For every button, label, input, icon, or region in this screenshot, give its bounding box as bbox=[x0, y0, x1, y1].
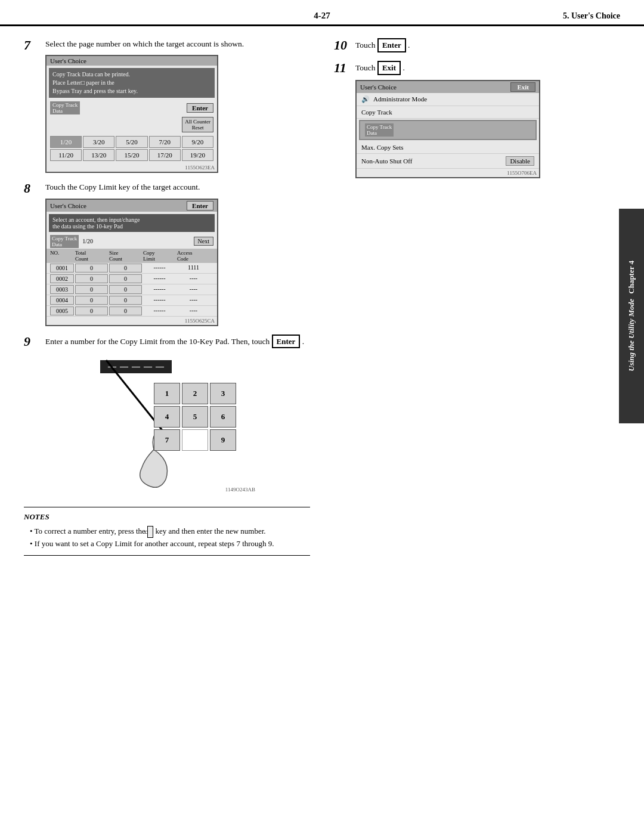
cell-limit-3: ------ bbox=[143, 296, 176, 305]
notes-section: NOTES • To correct a number entry, press… bbox=[24, 507, 310, 556]
cell-total-2: 0 bbox=[75, 285, 108, 294]
page-cell-6[interactable]: 13/20 bbox=[83, 149, 114, 161]
cell-access-3: ---- bbox=[177, 296, 210, 305]
col-access: AccessCode bbox=[177, 250, 210, 262]
screen-7-enter-btn[interactable]: Enter bbox=[187, 103, 213, 113]
step-11-exit-box: Exit bbox=[377, 61, 401, 75]
display-strip: — — — — — bbox=[100, 360, 172, 373]
step-10: 10 Touch Enter . bbox=[334, 38, 566, 52]
right-column: 10 Touch Enter . 11 Touch Exit . User's … bbox=[328, 26, 584, 568]
page-cell-2[interactable]: 5/20 bbox=[116, 136, 147, 148]
page-cell-4[interactable]: 9/20 bbox=[182, 136, 213, 148]
max-copy-sets-label: Max. Copy Sets bbox=[361, 144, 404, 151]
keypad-area: — — — — — bbox=[45, 354, 310, 497]
screen-7-title: User's Choice bbox=[50, 57, 86, 64]
table-row-3[interactable]: 0004 0 0 ------ ---- bbox=[47, 295, 217, 306]
admin-mode-row: 🔊 Administrator Mode bbox=[357, 93, 539, 106]
copy-track-data-label: Copy TrackData bbox=[365, 123, 394, 137]
page-cell-5[interactable]: 11/20 bbox=[50, 149, 82, 161]
screen-8-next-btn[interactable]: Next bbox=[194, 237, 213, 246]
page-cell-8[interactable]: 17/20 bbox=[149, 149, 181, 161]
cell-limit-2: ------ bbox=[143, 285, 176, 294]
keypad-caption: 1149O243AB bbox=[225, 487, 255, 493]
step-9-content: Enter a number for the Copy Limit from t… bbox=[45, 335, 310, 498]
left-column: 7 Select the page number on which the ta… bbox=[0, 26, 328, 568]
step-11: 11 Touch Exit . User's Choice Exit 🔊 Adm… bbox=[334, 61, 566, 178]
key-2[interactable]: 2 bbox=[182, 383, 208, 404]
cell-no-1: 0002 bbox=[50, 274, 74, 283]
cell-size-4: 0 bbox=[109, 306, 142, 315]
step-9: 9 Enter a number for the Copy Limit from… bbox=[24, 335, 310, 498]
key-1[interactable]: 1 bbox=[154, 383, 180, 404]
screen-8-instruction: Select an account, then input/changethe … bbox=[49, 214, 215, 232]
cell-size-1: 0 bbox=[109, 274, 142, 283]
cell-total-4: 0 bbox=[75, 306, 108, 315]
page-cell-3[interactable]: 7/20 bbox=[149, 136, 181, 148]
screen-8-page: 1/20 bbox=[82, 238, 93, 244]
cell-no-3: 0004 bbox=[50, 296, 74, 305]
page-cell-0[interactable]: 1/20 bbox=[50, 136, 82, 148]
copy-track-label: Copy Track bbox=[361, 109, 392, 116]
screen-8-track-label: Copy TrackData bbox=[50, 235, 79, 248]
step-7-number: 7 bbox=[24, 38, 41, 52]
table-row-2[interactable]: 0003 0 0 ------ ---- bbox=[47, 284, 217, 295]
step-9-enter-box: Enter bbox=[272, 335, 301, 349]
cell-no-0: 0001 bbox=[50, 264, 74, 272]
screen-11-exit-btn[interactable]: Exit bbox=[510, 82, 535, 92]
note-2: • If you want to set a Copy Limit for an… bbox=[27, 538, 310, 550]
screen-7: User's Choice Copy Track Data can be pri… bbox=[45, 55, 218, 173]
page-cell-7[interactable]: 15/20 bbox=[116, 149, 147, 161]
page-cell-9[interactable]: 19/20 bbox=[182, 149, 213, 161]
side-tab: Chapter 4 Using the Utility Mode bbox=[619, 209, 644, 423]
non-auto-shut-off-row[interactable]: Non-Auto Shut Off Disable bbox=[357, 154, 539, 169]
step-8: 8 Touch the Copy Limit key of the target… bbox=[24, 181, 310, 326]
cell-size-2: 0 bbox=[109, 285, 142, 294]
step-8-content: Touch the Copy Limit key of the target a… bbox=[45, 181, 310, 326]
step-10-number: 10 bbox=[334, 38, 351, 52]
notes-title: NOTES bbox=[24, 512, 310, 522]
page-cell-1[interactable]: 3/20 bbox=[83, 136, 114, 148]
key-4[interactable]: 4 bbox=[154, 406, 180, 428]
col-no: NO. bbox=[50, 250, 74, 262]
keypad-grid: 1 2 3 4 5 6 7 9 bbox=[154, 383, 236, 451]
clear-key-box: c bbox=[147, 526, 153, 538]
cell-total-3: 0 bbox=[75, 296, 108, 305]
copy-track-row[interactable]: Copy Track bbox=[357, 106, 539, 119]
table-row-0[interactable]: 0001 0 0 ------ 1111 bbox=[47, 263, 217, 274]
screen-7-caption: 1155O623EA bbox=[47, 163, 217, 172]
cell-size-0: 0 bbox=[109, 264, 142, 272]
table-row-1[interactable]: 0002 0 0 ------ ---- bbox=[47, 274, 217, 284]
non-auto-shut-off-label: Non-Auto Shut Off bbox=[361, 157, 412, 165]
step-11-number: 11 bbox=[334, 61, 351, 75]
page-number: 4-27 bbox=[314, 11, 330, 21]
admin-mode-label: Administrator Mode bbox=[373, 95, 427, 103]
all-counter-reset-btn[interactable]: All CounterReset bbox=[182, 117, 213, 132]
main-content: 7 Select the page number on which the ta… bbox=[0, 26, 644, 568]
screen-7-message: Copy Track Data can be printed. Place Le… bbox=[49, 68, 215, 98]
side-tab-text: Using the Utility Mode bbox=[627, 299, 636, 371]
screen-11-caption: 1155O706EA bbox=[357, 169, 539, 177]
cell-limit-4: ------ bbox=[143, 306, 176, 315]
key-6[interactable]: 6 bbox=[210, 406, 236, 428]
step-10-text: Touch Enter . bbox=[355, 38, 566, 52]
table-row-4[interactable]: 0005 0 0 ------ ---- bbox=[47, 306, 217, 317]
screen-8-titlebar: User's Choice Enter bbox=[47, 200, 217, 212]
non-auto-shut-off-value: Disable bbox=[506, 156, 534, 166]
step-8-number: 8 bbox=[24, 181, 41, 196]
screen-7-row: Copy TrackData Enter bbox=[47, 100, 217, 116]
step-11-text: Touch Exit . bbox=[355, 61, 566, 75]
screen-8: User's Choice Enter Select an account, t… bbox=[45, 199, 218, 326]
key-9[interactable]: 9 bbox=[210, 429, 236, 451]
cell-size-3: 0 bbox=[109, 296, 142, 305]
note-1: • To correct a number entry, press the c… bbox=[27, 525, 310, 538]
max-copy-sets-row[interactable]: Max. Copy Sets bbox=[357, 141, 539, 154]
screen-7-titlebar: User's Choice bbox=[47, 56, 217, 66]
screen-8-enter-btn[interactable]: Enter bbox=[187, 201, 213, 210]
copy-track-data-row[interactable]: Copy TrackData bbox=[359, 120, 537, 140]
key-7[interactable]: 7 bbox=[154, 429, 180, 451]
table-header: NO. TotalCount SizeCount CopyLimit Acces… bbox=[47, 249, 217, 263]
key-8-empty bbox=[182, 429, 208, 451]
key-5[interactable]: 5 bbox=[182, 406, 208, 428]
key-3[interactable]: 3 bbox=[210, 383, 236, 404]
screen-7-copy-track-label: Copy TrackData bbox=[50, 101, 80, 114]
